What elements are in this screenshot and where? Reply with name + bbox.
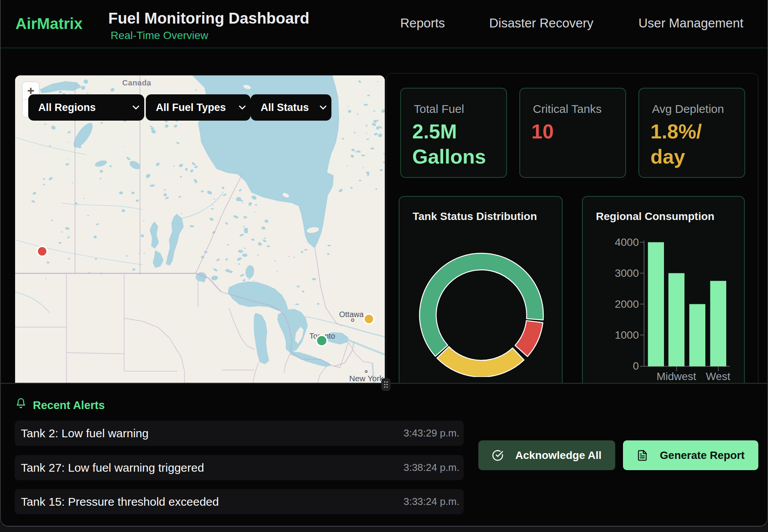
svg-text:Canada: Canada bbox=[122, 78, 152, 87]
svg-text:0: 0 bbox=[633, 360, 639, 372]
svg-text:2000: 2000 bbox=[615, 298, 639, 310]
svg-text:Ottawa: Ottawa bbox=[339, 310, 364, 319]
svg-text:Midwest: Midwest bbox=[657, 370, 696, 382]
svg-text:3000: 3000 bbox=[615, 267, 639, 279]
svg-text:1000: 1000 bbox=[615, 329, 639, 341]
svg-text:4000: 4000 bbox=[615, 236, 639, 248]
svg-text:West: West bbox=[706, 370, 730, 382]
svg-text:New York: New York bbox=[349, 374, 384, 383]
